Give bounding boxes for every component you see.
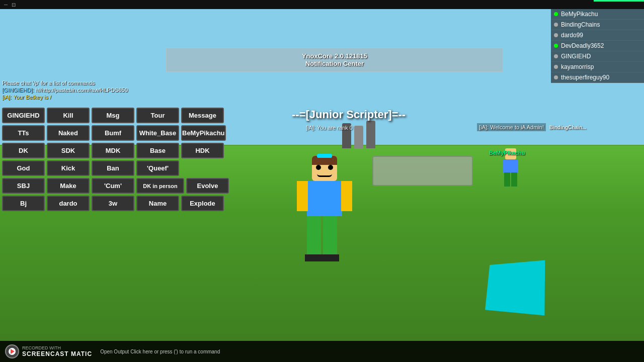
rank-text: [iA]: You are rank 0 <box>306 125 353 131</box>
btn-tour[interactable]: Tour <box>136 108 179 123</box>
btn-god[interactable]: God <box>2 160 45 176</box>
btn-explode[interactable]: Explode <box>181 196 224 211</box>
cyan-decorative-box <box>485 260 545 316</box>
app-name-label: SCREENCAST MATIC <box>22 350 92 357</box>
btn-white-base[interactable]: White_Base <box>136 125 179 141</box>
notification-center: YnoxCore 2.0.121815 Notification Center <box>166 48 503 72</box>
btn-naked[interactable]: Naked <box>47 125 90 141</box>
character-left-foot <box>305 254 322 261</box>
character-right-arm <box>341 181 352 211</box>
character-left-arm <box>297 181 308 211</box>
player-item-thesuperfireguy: thesuperfireguy90 <box>551 72 644 83</box>
button-row-2: TTs Naked Bumf White_Base BeMyPikachu <box>2 125 295 141</box>
btn-gingiehd[interactable]: GINGIEHD <box>2 108 45 123</box>
player-name-thesuperfireguy: thesuperfireguy90 <box>561 74 609 81</box>
player-item-gingiehd: GINGIEHD <box>551 51 644 62</box>
player-dot-dardo99 <box>554 33 558 37</box>
player-name-gingiehd: GINGIEHD <box>561 53 591 60</box>
player-dot-bemypikachu <box>554 12 558 16</box>
btn-sbj[interactable]: SBJ <box>2 178 45 194</box>
bg-char-2 <box>354 126 363 148</box>
chat-line-3: [iA]: Your Betkey is / <box>2 94 174 100</box>
player-item-bindingchains: BindingChains <box>551 20 644 30</box>
player-item-devdeadly: DevDeadly3652 <box>551 41 644 51</box>
player-name-kayamorrisp: kayamorrisp <box>561 63 594 70</box>
screencast-logo-icon <box>5 344 19 358</box>
btn-name[interactable]: Name <box>136 196 179 211</box>
bottom-bar: RECORDED WITH SCREENCAST MATIC Open Outp… <box>0 341 644 362</box>
btn-dk-in-person[interactable]: DK in person <box>136 178 184 194</box>
btn-sdk[interactable]: SDK <box>47 143 90 158</box>
player-name-devdeadly: DevDeadly3652 <box>561 42 604 49</box>
chat-line-2: [GINGIEHD]: hl/http://pastebin.com/raw/H… <box>2 87 174 93</box>
button-row-5: SBJ Make 'Cum' DK in person Evolve <box>2 178 295 194</box>
btn-dk[interactable]: DK <box>2 143 45 158</box>
btn-3w[interactable]: 3w <box>92 196 134 211</box>
player-dot-thesuperfireguy <box>554 75 558 79</box>
bindingchain-label: BindingChain... <box>549 125 586 130</box>
button-row-4: God Kick Ban 'Queef' <box>2 160 295 176</box>
bemypikachu-label: BeMyPikachu <box>489 150 525 156</box>
top-bar: ─ ⊡ <box>0 0 644 9</box>
notification-title-line2: Notification Center <box>167 60 503 67</box>
character-head <box>312 156 337 181</box>
btn-bj[interactable]: Bj <box>2 196 45 211</box>
btn-msg[interactable]: Msg <box>92 108 134 123</box>
btn-dardo[interactable]: dardo <box>47 196 90 211</box>
btn-evolve[interactable]: Evolve <box>186 178 229 194</box>
player-item-kayamorrisp: kayamorrisp <box>551 62 644 72</box>
player-dot-gingiehd <box>554 54 558 58</box>
player-dot-kayamorrisp <box>554 65 558 69</box>
welcome-message: [iA]: Welcome to iA Admin! <box>477 123 546 131</box>
btn-message[interactable]: Message <box>181 108 224 123</box>
chat-link: hl/http://pastebin.com/raw/HLPDS650 <box>36 87 128 93</box>
bg-char-3 <box>366 121 375 148</box>
character-torso <box>307 181 342 216</box>
btn-tts[interactable]: TTs <box>2 125 45 141</box>
btn-hdk[interactable]: HDK <box>181 143 224 158</box>
btn-cum[interactable]: 'Cum' <box>92 178 134 194</box>
player-character <box>297 156 352 261</box>
bottom-instruction[interactable]: Open Output Click here or press (') to r… <box>100 349 220 354</box>
character-right-foot <box>322 254 339 261</box>
player-dot-bindingchains <box>554 23 558 27</box>
chat-area: Please chat '/p' for a list of commands … <box>0 78 176 103</box>
window-minimize-icon[interactable]: ─ <box>4 2 8 8</box>
btn-bumf[interactable]: Bumf <box>92 125 134 141</box>
btn-kick[interactable]: Kick <box>47 160 90 176</box>
player-name-dardo99: dardo99 <box>561 32 583 39</box>
notification-title-line1: YnoxCore 2.0.121815 <box>167 52 503 60</box>
admin-panel: GINGIEHD Kill Msg Tour Message TTs Naked… <box>0 106 297 215</box>
progress-bar <box>594 0 644 2</box>
player-name-bindingchains: BindingChains <box>561 21 600 28</box>
screencast-inner-icon <box>9 348 16 355</box>
btn-queef[interactable]: 'Queef' <box>136 160 179 176</box>
btn-ban[interactable]: Ban <box>92 160 134 176</box>
recorded-with-label: RECORDED WITH <box>22 345 92 350</box>
btn-make[interactable]: Make <box>47 178 90 194</box>
player-name-bemypikachu: BeMyPikachu <box>561 11 598 18</box>
game-title: --=[Junior Scripter]=-- <box>292 108 406 121</box>
window-icon: ⊡ <box>12 2 16 8</box>
player-dot-devdeadly <box>554 44 558 48</box>
stone-platform <box>372 156 473 186</box>
player-item-bemypikachu: BeMyPikachu <box>551 9 644 20</box>
btn-bemypikachu[interactable]: BeMyPikachu <box>181 125 226 141</box>
play-icon <box>11 349 15 354</box>
btn-mdk[interactable]: MDK <box>92 143 134 158</box>
btn-base[interactable]: Base <box>136 143 179 158</box>
player-item-dardo99: dardo99 <box>551 30 644 41</box>
chat-line-1: Please chat '/p' for a list of commands <box>2 80 174 86</box>
button-row-1: GINGIEHD Kill Msg Tour Message <box>2 108 295 123</box>
btn-kill[interactable]: Kill <box>47 108 90 123</box>
character-right-leg <box>323 216 337 256</box>
button-row-3: DK SDK MDK Base HDK <box>2 143 295 158</box>
screencast-branding: RECORDED WITH SCREENCAST MATIC Open Outp… <box>5 344 220 358</box>
player-list: BeMyPikachu BindingChains dardo99 DevDea… <box>551 9 644 83</box>
screencast-label-area: RECORDED WITH SCREENCAST MATIC <box>22 345 92 357</box>
button-row-6: Bj dardo 3w Name Explode <box>2 196 295 211</box>
chat-username: [GINGIEHD]: <box>2 87 34 93</box>
character-left-leg <box>307 216 321 256</box>
